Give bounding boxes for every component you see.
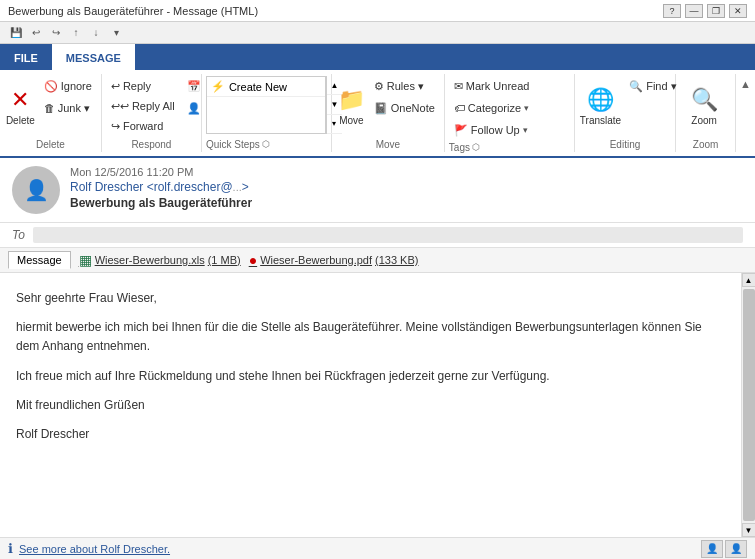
footer-link[interactable]: See more about Rolf Drescher. bbox=[19, 543, 170, 555]
email-header: 👤 Mon 12/5/2016 11:20 PM Rolf Drescher <… bbox=[0, 158, 755, 223]
respond-group-label: Respond bbox=[106, 137, 197, 150]
respond-buttons: ↩ Reply ↩↩ Reply All ↪ Forward bbox=[106, 76, 180, 136]
ribbon-group-quicksteps: ⚡ Create New ▲ ▼ ▾ Quick Steps ⬡ bbox=[202, 74, 332, 152]
sender-avatar: 👤 bbox=[12, 166, 60, 214]
follow-up-icon: 🚩 bbox=[454, 124, 468, 137]
email-area: 👤 Mon 12/5/2016 11:20 PM Rolf Drescher <… bbox=[0, 158, 755, 559]
mark-unread-icon: ✉ bbox=[454, 80, 463, 93]
window-title: Bewerbung als Baugeräteführer - Message … bbox=[8, 5, 258, 17]
tags-expand-icon[interactable]: ⬡ bbox=[472, 142, 480, 152]
reply-all-button[interactable]: ↩↩ Reply All bbox=[106, 96, 180, 116]
info-icon: ℹ bbox=[8, 541, 13, 556]
title-bar: Bewerbung als Baugeräteführer - Message … bbox=[0, 0, 755, 22]
email-to-row: To bbox=[0, 223, 755, 248]
undo-quick-btn[interactable]: ↩ bbox=[28, 25, 44, 41]
categorize-button[interactable]: 🏷 Categorize ▾ bbox=[449, 98, 535, 118]
mark-unread-button[interactable]: ✉ Mark Unread bbox=[449, 76, 535, 96]
ribbon-group-delete: ✕ Delete 🚫 Ignore 🗑 Junk ▾ Delete bbox=[0, 74, 102, 152]
tab-message[interactable]: MESSAGE bbox=[52, 44, 135, 70]
translate-button[interactable]: 🌐 Translate bbox=[579, 76, 622, 136]
more-quick-btn[interactable]: ▾ bbox=[108, 25, 124, 41]
zoom-button[interactable]: 🔍 Zoom bbox=[680, 76, 728, 136]
save-quick-btn[interactable]: 💾 bbox=[8, 25, 24, 41]
email-closing: Mit freundlichen Grüßen bbox=[16, 396, 725, 415]
ignore-icon: 🚫 bbox=[44, 80, 58, 93]
scroll-thumb[interactable] bbox=[743, 289, 755, 521]
tab-file[interactable]: FILE bbox=[0, 44, 52, 70]
ribbon: ✕ Delete 🚫 Ignore 🗑 Junk ▾ Delete bbox=[0, 70, 755, 158]
rules-button[interactable]: ⚙ Rules ▾ bbox=[369, 76, 440, 96]
email-signature: Rolf Drescher bbox=[16, 425, 725, 444]
ribbon-group-editing: 🌐 Translate 🔍 Find ▾ Editing bbox=[575, 74, 676, 152]
follow-up-dropdown-icon: ▾ bbox=[523, 125, 528, 135]
tags-group-label: Tags bbox=[449, 140, 470, 153]
tags-group-content: ✉ Mark Unread 🏷 Categorize ▾ 🚩 Follow Up… bbox=[449, 76, 570, 140]
move-group-content: 📁 Move ⚙ Rules ▾ 📓 OneNote bbox=[336, 76, 440, 137]
close-button[interactable]: ✕ bbox=[729, 4, 747, 18]
scroll-down-button[interactable]: ▼ bbox=[742, 523, 756, 537]
minimize-button[interactable]: — bbox=[685, 4, 703, 18]
attachment-pdf[interactable]: ● Wieser-Bewerbung.pdf (133 KB) bbox=[249, 252, 419, 268]
quick-access-toolbar: 💾 ↩ ↪ ↑ ↓ ▾ bbox=[0, 22, 755, 44]
delete-button[interactable]: ✕ Delete bbox=[4, 76, 37, 136]
ribbon-group-respond: ↩ Reply ↩↩ Reply All ↪ Forward 📅 bbox=[102, 74, 202, 152]
translate-icon: 🌐 bbox=[587, 87, 614, 113]
ribbon-collapse-button[interactable]: ▲ bbox=[736, 74, 755, 152]
ribbon-group-tags: ✉ Mark Unread 🏷 Categorize ▾ 🚩 Follow Up… bbox=[445, 74, 575, 152]
delete-group-content: ✕ Delete 🚫 Ignore 🗑 Junk ▾ bbox=[4, 76, 97, 137]
move-button[interactable]: 📁 Move bbox=[336, 76, 367, 136]
email-subject: Bewerbung als Baugeräteführer bbox=[70, 196, 743, 210]
find-related-icon: 🔍 bbox=[629, 80, 643, 93]
onenote-icon: 📓 bbox=[374, 102, 388, 115]
reply-icon: ↩ bbox=[111, 80, 120, 93]
junk-button[interactable]: 🗑 Junk ▾ bbox=[39, 98, 97, 118]
editing-group-label: Editing bbox=[579, 137, 671, 150]
respond-group-content: ↩ Reply ↩↩ Reply All ↪ Forward 📅 bbox=[106, 76, 197, 137]
attachment-xls[interactable]: ▦ Wieser-Bewerbung.xls (1 MB) bbox=[79, 252, 241, 268]
email-details: Mon 12/5/2016 11:20 PM Rolf Drescher <ro… bbox=[70, 166, 743, 210]
footer-actions: 👤 👤 bbox=[701, 540, 747, 558]
quicksteps-content: ⚡ Create New ▲ ▼ ▾ bbox=[206, 76, 327, 137]
quicksteps-items: ⚡ Create New bbox=[206, 76, 326, 134]
attachments-bar: Message ▦ Wieser-Bewerbung.xls (1 MB) ● … bbox=[0, 248, 755, 273]
to-recipients bbox=[33, 227, 743, 243]
redo-quick-btn[interactable]: ↪ bbox=[48, 25, 64, 41]
footer-action-2[interactable]: 👤 bbox=[725, 540, 747, 558]
footer-action-1[interactable]: 👤 bbox=[701, 540, 723, 558]
ribbon-group-move: 📁 Move ⚙ Rules ▾ 📓 OneNote Move bbox=[332, 74, 445, 152]
down-quick-btn[interactable]: ↓ bbox=[88, 25, 104, 41]
ribbon-group-zoom: 🔍 Zoom Zoom bbox=[676, 74, 736, 152]
help-button[interactable]: ? bbox=[663, 4, 681, 18]
ignore-button[interactable]: 🚫 Ignore bbox=[39, 76, 97, 96]
scroll-up-button[interactable]: ▲ bbox=[742, 273, 756, 287]
follow-up-button[interactable]: 🚩 Follow Up ▾ bbox=[449, 120, 535, 140]
categorize-dropdown-icon: ▾ bbox=[524, 103, 529, 113]
find-related-button[interactable]: 🔍 Find ▾ bbox=[624, 76, 681, 96]
quickstep-create-new[interactable]: ⚡ Create New bbox=[207, 77, 325, 97]
quicksteps-label-row: Quick Steps ⬡ bbox=[206, 137, 327, 150]
quicksteps-expand-icon[interactable]: ⬡ bbox=[262, 139, 270, 149]
move-icon: 📁 bbox=[338, 87, 365, 113]
window-controls: ? — ❐ ✕ bbox=[663, 4, 747, 18]
message-tab[interactable]: Message bbox=[8, 251, 71, 269]
vertical-scrollbar[interactable]: ▲ ▼ bbox=[741, 273, 755, 537]
editing-group-content: 🌐 Translate 🔍 Find ▾ bbox=[579, 76, 671, 137]
zoom-group-content: 🔍 Zoom bbox=[680, 76, 731, 137]
zoom-group-label: Zoom bbox=[680, 137, 731, 150]
email-body-wrapper: Sehr geehrte Frau Wieser, hiermit bewerb… bbox=[0, 273, 755, 537]
meeting-icon: 📅 bbox=[187, 80, 201, 93]
email-para2: Ich freue mich auf Ihre Rückmeldung und … bbox=[16, 367, 725, 386]
onenote-button[interactable]: 📓 OneNote bbox=[369, 98, 440, 118]
up-quick-btn[interactable]: ↑ bbox=[68, 25, 84, 41]
email-body: Sehr geehrte Frau Wieser, hiermit bewerb… bbox=[0, 273, 741, 537]
delete-icon: ✕ bbox=[11, 87, 29, 113]
forward-button[interactable]: ↪ Forward bbox=[106, 116, 180, 136]
reply-button[interactable]: ↩ Reply bbox=[106, 76, 180, 96]
junk-icon: 🗑 bbox=[44, 102, 55, 114]
xls-icon: ▦ bbox=[79, 252, 92, 268]
tags-label-row: Tags ⬡ bbox=[449, 140, 570, 153]
zoom-icon: 🔍 bbox=[691, 87, 718, 113]
email-from: Rolf Drescher <rolf.drescher@...> bbox=[70, 180, 743, 194]
quickstep-icon: ⚡ bbox=[211, 80, 225, 93]
restore-button[interactable]: ❐ bbox=[707, 4, 725, 18]
